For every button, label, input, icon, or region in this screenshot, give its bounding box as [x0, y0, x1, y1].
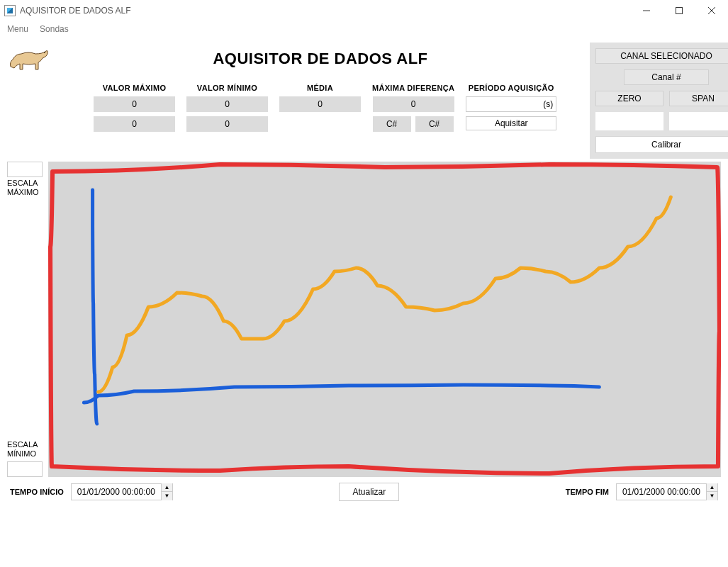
- atualizar-button[interactable]: Atualizar: [339, 483, 399, 501]
- maxima-diferenca-c2: C#: [415, 116, 454, 132]
- minimize-button[interactable]: [630, 0, 663, 21]
- app-icon: [4, 5, 16, 16]
- span-input[interactable]: [669, 112, 728, 130]
- value-valor-minimo-1: 0: [186, 96, 268, 112]
- value-valor-maximo-1: 0: [94, 96, 175, 112]
- periodo-input[interactable]: (s): [466, 96, 556, 112]
- window-buttons: [630, 0, 728, 21]
- label-valor-maximo: VALOR MÁXIMO: [103, 84, 167, 92]
- tempo-inicio-up[interactable]: ▲: [162, 483, 172, 492]
- label-periodo: PERÍODO AQUISIÇÃO: [469, 84, 554, 92]
- periodo-unit: (s): [543, 99, 553, 109]
- svg-rect-0: [676, 8, 683, 14]
- tempo-fim-value: 01/01/2000 00:00:00: [617, 487, 706, 497]
- span-button[interactable]: SPAN: [669, 91, 728, 106]
- aquisitar-button[interactable]: Aquisitar: [466, 116, 556, 130]
- canal-selecionado-button[interactable]: CANAL SELECIONADO: [595, 48, 728, 64]
- stat-media: MÉDIA 0: [279, 84, 361, 132]
- tempo-inicio: TEMPO INÍCIO 01/01/2000 00:00:00 ▲ ▼: [10, 483, 173, 500]
- maxima-diferenca-c1: C#: [373, 116, 411, 132]
- menu-item-menu[interactable]: Menu: [7, 24, 28, 34]
- escala-max-input[interactable]: [7, 162, 43, 177]
- svg-point-1: [44, 52, 45, 53]
- titlebar: AQUISITOR DE DADOS ALF: [0, 0, 728, 21]
- chart-svg: [48, 162, 721, 477]
- tempo-inicio-spinner: ▲ ▼: [161, 483, 172, 500]
- tempo-fim-input[interactable]: 01/01/2000 00:00:00 ▲ ▼: [616, 483, 718, 500]
- escala-max-label: ESCALA MÁXIMO: [7, 179, 39, 197]
- tempo-fim-up[interactable]: ▲: [707, 483, 717, 492]
- value-media: 0: [279, 96, 361, 112]
- tempo-inicio-input[interactable]: 01/01/2000 00:00:00 ▲ ▼: [71, 483, 173, 500]
- value-valor-maximo-2: 0: [94, 116, 175, 132]
- tempo-inicio-down[interactable]: ▼: [162, 492, 172, 500]
- series-red-outline: [50, 164, 719, 473]
- calibrar-button[interactable]: Calibrar: [595, 136, 728, 153]
- menu-item-sondas[interactable]: Sondas: [40, 24, 69, 34]
- tempo-fim: TEMPO FIM 01/01/2000 00:00:00 ▲ ▼: [566, 483, 718, 500]
- stat-periodo-aquisicao: PERÍODO AQUISIÇÃO (s) Aquisitar: [466, 84, 556, 132]
- value-maxima-diferenca: 0: [373, 96, 454, 112]
- zero-input[interactable]: [595, 112, 663, 130]
- tempo-fim-down[interactable]: ▼: [707, 492, 717, 500]
- tempo-fim-label: TEMPO FIM: [566, 488, 609, 496]
- window-title: AQUISITOR DE DADOS ALF: [20, 6, 130, 16]
- page-title: AQUISITOR DE DADOS ALF: [51, 50, 590, 68]
- zero-button[interactable]: ZERO: [595, 91, 663, 106]
- value-valor-minimo-2: 0: [186, 116, 268, 132]
- stat-valor-maximo: VALOR MÁXIMO 0 0: [94, 84, 175, 132]
- stat-valor-minimo: VALOR MÍNIMO 0 0: [186, 84, 268, 132]
- menubar: Menu Sondas: [0, 21, 728, 37]
- close-button[interactable]: [695, 0, 728, 21]
- canal-button[interactable]: Canal #: [624, 69, 709, 85]
- tempo-inicio-value: 01/01/2000 00:00:00: [72, 487, 161, 497]
- series-orange-curve: [99, 197, 671, 392]
- series-blue-vertical: [93, 190, 97, 424]
- label-maxima-diferenca: MÁXIMA DIFERENÇA: [372, 84, 454, 92]
- maximize-button[interactable]: [663, 0, 695, 21]
- logo: [7, 43, 51, 76]
- dog-icon: [7, 44, 51, 74]
- chart-area: [48, 162, 721, 477]
- tempo-fim-spinner: ▲ ▼: [706, 483, 717, 500]
- titlebar-left: AQUISITOR DE DADOS ALF: [4, 5, 130, 16]
- stat-maxima-diferenca: MÁXIMA DIFERENÇA 0 C# C#: [372, 84, 454, 132]
- label-valor-minimo: VALOR MÍNIMO: [197, 84, 257, 92]
- series-blue-horizontal: [84, 385, 599, 403]
- left-scale-column: ESCALA MÁXIMO ESCALA MÍNIMO: [7, 162, 48, 477]
- tempo-inicio-label: TEMPO INÍCIO: [10, 488, 64, 496]
- label-media: MÉDIA: [307, 84, 333, 92]
- escala-min-input[interactable]: [7, 461, 43, 477]
- escala-min-label: ESCALA MÍNIMO: [7, 440, 38, 459]
- calibration-panel: CANAL SELECIONADO Canal # ZERO SPAN Cali…: [590, 43, 728, 159]
